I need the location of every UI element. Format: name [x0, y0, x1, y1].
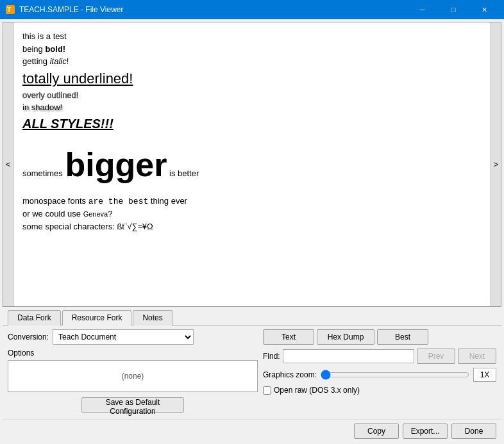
options-box: (none)	[8, 360, 258, 392]
tab-notes[interactable]: Notes	[133, 310, 172, 325]
right-panel: Text Hex Dump Best Find: Prev Next Graph…	[263, 329, 496, 395]
action-buttons-row: Copy Export... Done	[3, 419, 501, 441]
window-body: < this is a test being bold! getting ita…	[0, 19, 504, 444]
conversion-row: Conversion: Teach Document	[8, 329, 258, 345]
text-line-3: getting italic!	[22, 55, 482, 68]
title-bar: T TEACH.SAMPLE - File Viewer ─ □ ✕	[0, 0, 504, 19]
zoom-slider[interactable]	[321, 368, 469, 381]
text-line-5: overly outlined!	[22, 89, 482, 102]
copy-button[interactable]: Copy	[354, 423, 399, 439]
options-value: (none)	[122, 372, 144, 381]
window-title: TEACH.SAMPLE - File Viewer	[19, 5, 124, 14]
zoom-row: Graphics zoom: 1X	[263, 368, 496, 382]
find-label: Find:	[263, 352, 280, 361]
tab-resource-fork[interactable]: Resource Fork	[62, 310, 132, 325]
tab-data-fork[interactable]: Data Fork	[8, 310, 61, 325]
find-input[interactable]	[283, 349, 414, 363]
text-line-11: some special characters: ßt¨√∑≈¥Ω	[22, 220, 482, 233]
zoom-label: Graphics zoom:	[263, 370, 317, 379]
conversion-select[interactable]: Teach Document	[53, 329, 194, 345]
options-label: Options	[8, 349, 258, 358]
bottom-section: Data Fork Resource Fork Notes Conversion…	[3, 309, 501, 441]
text-line-2: being bold!	[22, 43, 482, 56]
text-line-8: sometimes bigger is better	[22, 140, 482, 190]
text-line-7: ALL STYLES!!!	[22, 114, 482, 133]
best-mode-button[interactable]: Best	[377, 329, 428, 345]
text-mode-button[interactable]: Text	[263, 329, 314, 345]
minimize-button[interactable]: ─	[408, 0, 437, 19]
checkbox-row: Open raw (DOS 3.x only)	[263, 386, 496, 395]
left-panel: Conversion: Teach Document Options (none…	[8, 329, 258, 413]
text-line-1: this is a test	[22, 30, 482, 43]
open-raw-label: Open raw (DOS 3.x only)	[274, 386, 360, 395]
scroll-right-button[interactable]: >	[491, 22, 501, 306]
export-button[interactable]: Export...	[403, 423, 448, 439]
svg-text:T: T	[7, 6, 11, 13]
text-line-9: monospace fonts are the best thing ever	[22, 195, 482, 208]
zoom-value: 1X	[473, 368, 496, 382]
save-default-button[interactable]: Save as Default Configuration	[81, 397, 184, 413]
text-line-6: in shadow!	[22, 101, 482, 114]
text-display: this is a test being bold! getting itali…	[13, 22, 491, 306]
text-line-10: or we could use Geneva?	[22, 208, 482, 220]
controls-row: Conversion: Teach Document Options (none…	[3, 325, 501, 416]
close-button[interactable]: ✕	[469, 0, 499, 19]
prev-button[interactable]: Prev	[417, 349, 455, 364]
text-line-4: totally underlined!	[22, 68, 482, 89]
save-btn-row: Save as Default Configuration	[8, 397, 258, 413]
tabs-row: Data Fork Resource Fork Notes	[3, 309, 501, 325]
open-raw-checkbox[interactable]	[263, 386, 271, 395]
conversion-label: Conversion:	[8, 333, 49, 341]
hex-dump-button[interactable]: Hex Dump	[317, 329, 374, 345]
maximize-button[interactable]: □	[439, 0, 468, 19]
big-text: bigger	[65, 146, 167, 183]
done-button[interactable]: Done	[451, 423, 496, 439]
mode-buttons: Text Hex Dump Best	[263, 329, 496, 345]
content-area: < this is a test being bold! getting ita…	[3, 22, 501, 307]
options-section: Options (none)	[8, 349, 258, 392]
app-icon: T	[5, 4, 15, 15]
next-button[interactable]: Next	[458, 349, 496, 364]
find-row: Find: Prev Next	[263, 349, 496, 364]
scroll-left-button[interactable]: <	[3, 22, 13, 306]
